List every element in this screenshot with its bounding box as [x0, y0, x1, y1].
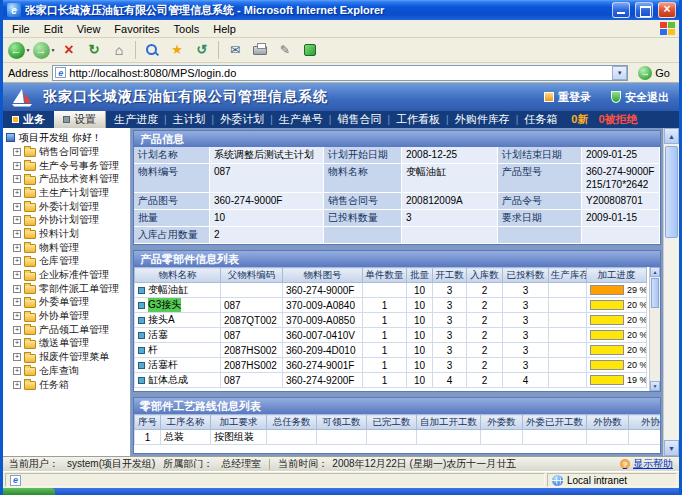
relogin-button[interactable]: 重登录	[544, 90, 591, 105]
folder-icon	[24, 299, 36, 308]
address-dropdown-button[interactable]: ▼	[612, 66, 627, 80]
column-header: 总任务数	[267, 415, 317, 430]
tree-item[interactable]: +外委计划管理	[6, 200, 130, 214]
field-value: 变幅油缸	[402, 164, 498, 193]
close-button[interactable]: ×	[658, 2, 676, 18]
nav-item-7[interactable]: 任务箱	[524, 112, 557, 127]
expand-icon[interactable]: +	[13, 381, 21, 389]
expand-icon[interactable]: +	[13, 367, 21, 375]
material-name: 缸体总成	[148, 373, 188, 387]
expand-icon[interactable]: +	[13, 189, 21, 197]
parts-scroll-track[interactable]	[650, 277, 660, 381]
address-input[interactable]: e http://localhost:8080/MPS/login.do ▼	[52, 65, 628, 81]
parts-list-panel: 产品零部件信息列表 物料名称父物料编码物料图号单件数量批量开工数入库数已投料数生…	[133, 250, 661, 392]
tree-item[interactable]: +外协单管理	[6, 309, 130, 323]
expand-icon[interactable]: +	[13, 175, 21, 183]
nav-item-1[interactable]: 主计划	[173, 112, 206, 127]
tree-item[interactable]: +任务箱	[6, 378, 130, 392]
refresh-button[interactable]	[82, 39, 106, 61]
expand-icon[interactable]: +	[13, 271, 21, 279]
print-button[interactable]	[248, 39, 272, 61]
tree-item[interactable]: +产品领工单管理	[6, 323, 130, 337]
nav-item-4[interactable]: 销售合同	[337, 112, 381, 127]
show-help-link[interactable]: ? 显示帮助	[620, 457, 673, 471]
nav-item-0[interactable]: 生产进度	[114, 112, 158, 127]
expand-icon[interactable]: +	[13, 298, 21, 306]
scroll-thumb[interactable]	[665, 146, 678, 238]
parts-scroll-thumb[interactable]	[651, 278, 659, 308]
menu-item-help[interactable]: Help	[206, 22, 243, 36]
expand-icon[interactable]: +	[13, 326, 21, 334]
tree-item[interactable]: +报废件管理菜单	[6, 350, 130, 364]
minimize-button[interactable]	[612, 2, 630, 18]
tree-item[interactable]: +销售合同管理	[6, 145, 130, 159]
tree-item[interactable]: +外协计划管理	[6, 213, 130, 227]
menu-item-tools[interactable]: Tools	[167, 22, 207, 36]
expand-icon[interactable]: +	[13, 312, 21, 320]
parts-table-row[interactable]: 变幅油缸360-274-9000F1032329 %	[135, 283, 647, 298]
parts-scroll-down-button[interactable]: ▼	[650, 381, 660, 391]
progress-wrap: 20 %	[590, 345, 643, 355]
messenger-button[interactable]	[298, 39, 322, 61]
mail-button[interactable]	[223, 39, 247, 61]
parts-table-row[interactable]: 接头A2087QT002370-009-A085011032320 %	[135, 313, 647, 328]
maximize-button[interactable]	[635, 2, 653, 18]
forward-button[interactable]: ▼	[32, 39, 56, 61]
content-area: 项目开发组 你好！ +销售合同管理+生产令号事务管理+产品技术资料管理+主生产计…	[3, 128, 679, 456]
field-label: 物料名称	[324, 164, 402, 193]
edit-button[interactable]	[273, 39, 297, 61]
stop-button[interactable]	[57, 39, 81, 61]
expand-icon[interactable]: +	[13, 285, 21, 293]
nav-item-2[interactable]: 外委计划	[220, 112, 264, 127]
parts-table-row[interactable]: 活塞杆2087HS002360-274-9001F11032320 %	[135, 358, 647, 373]
tree-item[interactable]: +投料计划	[6, 227, 130, 241]
nav-item-6[interactable]: 外购件库存	[455, 112, 510, 127]
go-button[interactable]: → Go	[632, 66, 676, 80]
expand-icon[interactable]: +	[13, 244, 21, 252]
menu-item-favorites[interactable]: Favorites	[107, 22, 166, 36]
expand-icon[interactable]: +	[13, 216, 21, 224]
scroll-track[interactable]	[664, 144, 679, 440]
tree-item[interactable]: +产品技术资料管理	[6, 172, 130, 186]
expand-icon[interactable]: +	[13, 230, 21, 238]
tab-business[interactable]: 业务	[3, 111, 54, 128]
tree-item[interactable]: +零部件派工单管理	[6, 282, 130, 296]
expand-icon[interactable]: +	[13, 148, 21, 156]
expand-icon[interactable]: +	[13, 257, 21, 265]
route-table-row[interactable]: 1总装按图组装	[135, 430, 662, 445]
expand-icon[interactable]: +	[13, 162, 21, 170]
parts-scroll-up-button[interactable]: ▲	[650, 267, 660, 277]
expand-icon[interactable]: +	[13, 203, 21, 211]
home-button[interactable]	[107, 39, 131, 61]
nav-item-3[interactable]: 生产单号	[279, 112, 323, 127]
tree-item[interactable]: +主生产计划管理	[6, 186, 130, 200]
tree-item[interactable]: +外委单管理	[6, 296, 130, 310]
cell-stock	[549, 328, 587, 343]
menu-item-edit[interactable]: Edit	[37, 22, 70, 36]
tree-item[interactable]: +企业标准件管理	[6, 268, 130, 282]
menu-item-view[interactable]: View	[70, 22, 108, 36]
tree-item[interactable]: +仓库管理	[6, 255, 130, 269]
history-button[interactable]	[190, 39, 214, 61]
back-button[interactable]: ▼	[7, 39, 31, 61]
scroll-down-button[interactable]: ▼	[664, 440, 679, 456]
tree-item[interactable]: +物料管理	[6, 241, 130, 255]
parts-table-row[interactable]: 杆2087HS002360-209-4D01011032320 %	[135, 343, 647, 358]
scroll-up-button[interactable]: ▲	[664, 128, 679, 144]
logout-button[interactable]: 安全退出	[611, 90, 669, 105]
parts-table-row[interactable]: G3接头087370-009-A084011032320 %	[135, 298, 647, 313]
search-button[interactable]	[140, 39, 164, 61]
tree-item[interactable]: +生产令号事务管理	[6, 159, 130, 173]
expand-icon[interactable]: +	[13, 339, 21, 347]
favorites-button[interactable]	[165, 39, 189, 61]
parts-table-row[interactable]: 缸体总成087360-274-9200F11042419 %	[135, 373, 647, 388]
parts-table-row[interactable]: 活塞087360-007-0410V11032320 %	[135, 328, 647, 343]
expand-icon[interactable]: +	[13, 353, 21, 361]
tree-root[interactable]: 项目开发组 你好！	[6, 130, 130, 145]
menu-item-file[interactable]: File	[5, 22, 37, 36]
nav-item-5[interactable]: 工作看板	[396, 112, 440, 127]
tree-item[interactable]: +仓库查询	[6, 364, 130, 378]
tab-settings[interactable]: 设置	[54, 111, 106, 128]
start-button-edge[interactable]	[3, 488, 55, 495]
tree-item[interactable]: +缴送单管理	[6, 337, 130, 351]
